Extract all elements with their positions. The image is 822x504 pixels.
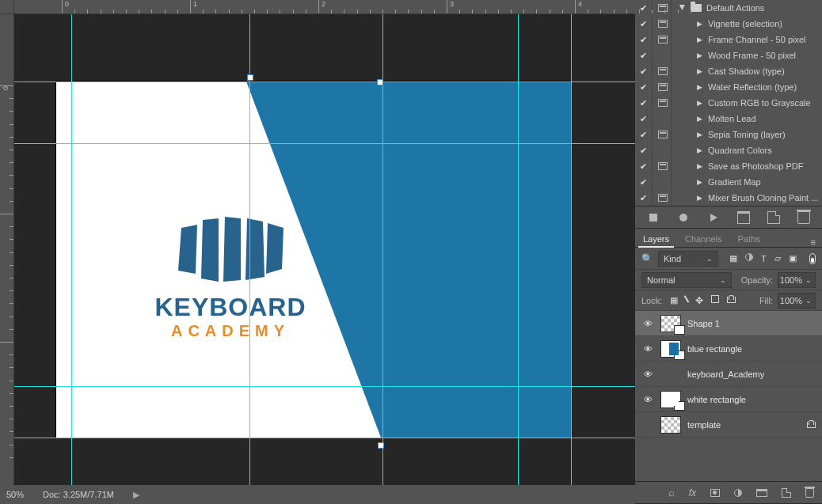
action-item[interactable]: ✔ ▶ Wood Frame - 50 pixel xyxy=(635,47,822,63)
layer-name[interactable]: blue rectangle xyxy=(687,344,742,354)
action-set-header[interactable]: ✔ ▶ Default Actions xyxy=(635,0,822,16)
layer-row[interactable]: 👁 blue rectangle xyxy=(635,336,822,362)
guide-vertical[interactable] xyxy=(71,14,72,485)
action-item[interactable]: ✔ ▶ Quadrant Colors xyxy=(635,142,822,158)
action-item[interactable]: ✔ ▶ Molten Lead xyxy=(635,111,822,127)
lock-position-icon[interactable]: ✥ xyxy=(695,295,703,306)
dialog-toggle-icon[interactable] xyxy=(658,99,668,107)
action-item[interactable]: ✔ ▶ Save as Photoshop PDF xyxy=(635,158,822,174)
mask-thumbnail[interactable] xyxy=(674,325,685,335)
layer-name[interactable]: Shape 1 xyxy=(687,319,720,328)
mask-thumbnail[interactable] xyxy=(674,401,685,411)
visibility-toggle[interactable]: 👁 xyxy=(641,395,654,404)
visibility-toggle[interactable]: 👁 xyxy=(641,344,654,354)
action-item[interactable]: ✔ ▶ Custom RGB to Grayscale xyxy=(635,95,822,111)
layer-row[interactable]: 👁 white rectangle xyxy=(635,387,822,412)
action-item[interactable]: ✔ ▶ Frame Channel - 50 pixel xyxy=(635,32,822,47)
new-adjust-icon[interactable] xyxy=(734,489,742,497)
dialog-toggle-icon[interactable] xyxy=(658,20,668,28)
filter-pixel-icon[interactable]: ▦ xyxy=(729,253,737,263)
check-icon[interactable]: ✔ xyxy=(640,146,647,156)
layer-row[interactable]: 👁 Shape 1 xyxy=(635,311,822,336)
play-icon[interactable] xyxy=(707,211,720,224)
status-more-icon[interactable]: ▶ xyxy=(133,490,139,500)
actions-list[interactable]: ✔ ▶ Default Actions ✔ ▶ Vignette (select… xyxy=(635,0,822,206)
tab-layers[interactable]: Layers xyxy=(635,231,677,247)
layer-row[interactable]: 👁 keyboard_Academy xyxy=(635,362,822,387)
check-icon[interactable]: ✔ xyxy=(640,114,647,124)
delete-layer-icon[interactable] xyxy=(805,488,814,498)
dialog-toggle-icon[interactable] xyxy=(658,131,668,138)
filter-type-icon[interactable]: T xyxy=(761,253,767,263)
link-layers-icon[interactable]: ⌕ xyxy=(668,487,675,498)
filter-toggle[interactable] xyxy=(809,253,816,264)
dialog-toggle-icon[interactable] xyxy=(658,194,668,202)
action-item[interactable]: ✔ ▶ Vignette (selection) xyxy=(635,16,822,32)
zoom-level[interactable]: 50% xyxy=(6,490,24,499)
check-icon[interactable]: ✔ xyxy=(640,82,647,93)
check-icon[interactable]: ✔ xyxy=(640,193,647,203)
tab-channels[interactable]: Channels xyxy=(677,231,729,247)
layer-thumbnail[interactable] xyxy=(660,391,681,408)
blend-mode-select[interactable]: Normal ⌄ xyxy=(641,272,732,288)
check-icon[interactable]: ✔ xyxy=(640,3,647,13)
dialog-toggle-icon[interactable] xyxy=(658,162,668,170)
layer-row[interactable]: template xyxy=(635,412,822,438)
lock-pixels-icon[interactable] xyxy=(684,295,690,303)
dialog-toggle-icon[interactable] xyxy=(658,36,668,44)
lock-transparent-icon[interactable]: ▦ xyxy=(670,295,678,306)
filter-shape-icon[interactable]: ▱ xyxy=(774,253,781,263)
dialog-toggle-icon[interactable] xyxy=(658,67,668,75)
action-item[interactable]: ✔ ▶ Sepia Toning (layer) xyxy=(635,127,822,142)
layer-thumbnail[interactable] xyxy=(660,315,681,332)
check-icon[interactable]: ✔ xyxy=(640,177,647,188)
fx-icon[interactable]: fx xyxy=(689,487,696,498)
layer-list[interactable]: 👁 Shape 1 👁 blue rectangle 👁 keyboard_Ac… xyxy=(635,311,822,481)
action-item[interactable]: ✔ ▶ Water Reflection (type) xyxy=(635,79,822,95)
guide-horizontal[interactable] xyxy=(14,438,635,438)
new-group-icon[interactable] xyxy=(756,489,767,497)
filter-adjust-icon[interactable] xyxy=(745,253,753,261)
stop-icon[interactable] xyxy=(647,211,660,224)
check-icon[interactable]: ✔ xyxy=(640,19,647,29)
ruler-vertical[interactable]: 0 xyxy=(0,14,14,485)
transform-handle[interactable] xyxy=(247,74,253,81)
delete-icon[interactable] xyxy=(797,211,810,224)
lock-artboard-icon[interactable] xyxy=(711,295,719,303)
layer-thumbnail[interactable] xyxy=(660,416,681,434)
filter-smart-icon[interactable]: ▣ xyxy=(789,253,797,263)
check-icon[interactable]: ✔ xyxy=(640,130,647,140)
guide-vertical[interactable] xyxy=(518,14,519,485)
check-icon[interactable]: ✔ xyxy=(640,35,647,45)
visibility-toggle[interactable]: 👁 xyxy=(641,369,654,379)
action-item[interactable]: ✔ ▶ Cast Shadow (type) xyxy=(635,63,822,79)
opacity-input[interactable]: 100% ⌄ xyxy=(778,272,816,288)
check-icon[interactable]: ✔ xyxy=(640,98,647,108)
mask-thumbnail[interactable] xyxy=(674,351,685,360)
guide-vertical[interactable] xyxy=(249,14,250,485)
record-icon[interactable] xyxy=(677,211,690,224)
add-mask-icon[interactable] xyxy=(710,489,720,497)
blue-shape[interactable] xyxy=(56,81,571,438)
panel-menu-icon[interactable]: ≡ xyxy=(805,237,822,247)
new-layer-icon[interactable] xyxy=(782,488,791,498)
transform-handle[interactable] xyxy=(377,79,383,85)
artboard[interactable]: KEYBOARD ACADEMY xyxy=(56,81,571,438)
guide-vertical[interactable] xyxy=(571,14,572,485)
guide-horizontal[interactable] xyxy=(14,81,635,82)
doc-size[interactable]: Doc: 3.25M/7.71M xyxy=(43,490,114,499)
check-icon[interactable]: ✔ xyxy=(640,66,647,77)
new-folder-icon[interactable] xyxy=(737,211,750,224)
layer-name[interactable]: template xyxy=(687,420,721,430)
new-action-icon[interactable] xyxy=(767,211,780,224)
ruler-horizontal[interactable]: 01234 xyxy=(14,0,635,14)
transform-handle[interactable] xyxy=(378,442,384,449)
check-icon[interactable]: ✔ xyxy=(640,51,647,61)
layer-name[interactable]: keyboard_Academy xyxy=(687,369,764,379)
filter-kind-select[interactable]: Kind ⌄ xyxy=(658,251,718,267)
action-item[interactable]: ✔ ▶ Gradient Map xyxy=(635,174,822,190)
lock-all-icon[interactable] xyxy=(727,295,736,305)
tab-paths[interactable]: Paths xyxy=(730,231,768,247)
action-item[interactable]: ✔ ▶ Mixer Brush Cloning Paint ... xyxy=(635,190,822,206)
fill-input[interactable]: 100% ⌄ xyxy=(778,293,816,309)
